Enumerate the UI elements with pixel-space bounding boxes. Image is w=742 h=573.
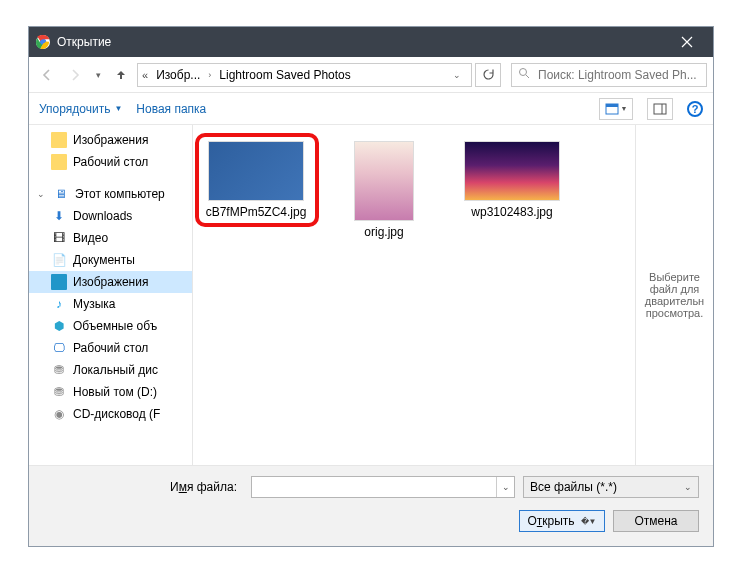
open-dialog: Открытие ▾ « Изобр... › Lightroom Saved … <box>28 26 714 547</box>
tree-item-documents[interactable]: 📄Документы <box>29 249 192 271</box>
svg-point-2 <box>520 69 527 76</box>
cancel-button[interactable]: Отмена <box>613 510 699 532</box>
address-bar[interactable]: « Изобр... › Lightroom Saved Photos ⌄ <box>137 63 472 87</box>
download-icon: ⬇ <box>51 208 67 224</box>
dialog-footer: Имя файла: ⌄ Все файлы (*.*) ⌄ Открыть �… <box>29 465 713 546</box>
file-thumbnail <box>464 141 560 201</box>
organise-menu[interactable]: Упорядочить ▼ <box>39 102 122 116</box>
nav-bar: ▾ « Изобр... › Lightroom Saved Photos ⌄ <box>29 57 713 93</box>
folder-icon <box>51 132 67 148</box>
recent-dropdown[interactable]: ▾ <box>91 63 105 87</box>
document-icon: 📄 <box>51 252 67 268</box>
file-item[interactable]: wp3102483.jpg <box>457 135 567 219</box>
objects-icon: ⬢ <box>51 318 67 334</box>
filter-label: Все файлы (*.*) <box>530 480 617 494</box>
filename-dropdown-icon[interactable]: ⌄ <box>496 477 514 497</box>
tree-item-downloads[interactable]: ⬇Downloads <box>29 205 192 227</box>
breadcrumb-segment[interactable]: Изобр... <box>152 68 204 82</box>
organise-label: Упорядочить <box>39 102 110 116</box>
view-mode-button[interactable]: ▼ <box>599 98 633 120</box>
desktop-icon: 🖵 <box>51 340 67 356</box>
expand-icon[interactable]: ⌄ <box>37 189 47 199</box>
tree-item-new-volume[interactable]: ⛃Новый том (D:) <box>29 381 192 403</box>
tree-item-desktop[interactable]: Рабочий стол <box>29 151 192 173</box>
filename-combo[interactable]: ⌄ <box>251 476 515 498</box>
address-dropdown-icon[interactable]: ⌄ <box>447 70 467 80</box>
tree-item-this-pc[interactable]: ⌄🖥Этот компьютер <box>29 183 192 205</box>
open-split-dropdown-icon[interactable]: �▼ <box>581 517 597 526</box>
pc-icon: 🖥 <box>53 186 69 202</box>
video-icon: 🎞 <box>51 230 67 246</box>
breadcrumb-segment[interactable]: Lightroom Saved Photos <box>215 68 354 82</box>
file-name: cB7fMPm5ZC4.jpg <box>206 205 307 219</box>
drive-icon: ⛃ <box>51 362 67 378</box>
dialog-body: Изображения Рабочий стол ⌄🖥Этот компьюте… <box>29 125 713 465</box>
window-title: Открытие <box>57 35 667 49</box>
tree-item-cd-drive[interactable]: ◉CD-дисковод (F <box>29 403 192 425</box>
chevron-down-icon: ▼ <box>114 104 122 113</box>
tree-item-3d-objects[interactable]: ⬢Объемные объ <box>29 315 192 337</box>
folder-icon <box>51 154 67 170</box>
preview-pane: Выберите файл для дварительн просмотра. <box>635 125 713 465</box>
overflow-chevron-icon[interactable]: « <box>142 69 148 81</box>
file-thumbnail <box>208 141 304 201</box>
search-box[interactable] <box>511 63 707 87</box>
file-thumbnail <box>354 141 414 221</box>
search-input[interactable] <box>536 67 700 83</box>
nav-tree[interactable]: Изображения Рабочий стол ⌄🖥Этот компьюте… <box>29 125 193 465</box>
titlebar: Открытие <box>29 27 713 57</box>
filename-label: Имя файла: <box>43 480 243 494</box>
chrome-icon <box>35 34 51 50</box>
chevron-right-icon: › <box>208 70 211 80</box>
file-item[interactable]: orig.jpg <box>329 135 439 239</box>
up-button[interactable] <box>109 63 133 87</box>
help-button[interactable]: ? <box>687 101 703 117</box>
file-list[interactable]: cB7fMPm5ZC4.jpg orig.jpg wp3102483.jpg <box>193 125 635 465</box>
chevron-down-icon: ⌄ <box>684 482 692 492</box>
tree-item-images[interactable]: Изображения <box>29 129 192 151</box>
refresh-button[interactable] <box>475 63 501 87</box>
tree-item-local-disk[interactable]: ⛃Локальный дис <box>29 359 192 381</box>
forward-button[interactable] <box>63 63 87 87</box>
file-name: orig.jpg <box>364 225 403 239</box>
toolbar: Упорядочить ▼ Новая папка ▼ ? <box>29 93 713 125</box>
svg-rect-4 <box>606 104 618 107</box>
open-button[interactable]: Открыть �▼ <box>519 510 605 532</box>
file-item[interactable]: cB7fMPm5ZC4.jpg <box>201 135 311 219</box>
tree-item-desktop2[interactable]: 🖵Рабочий стол <box>29 337 192 359</box>
file-type-filter[interactable]: Все файлы (*.*) ⌄ <box>523 476 699 498</box>
drive-icon: ⛃ <box>51 384 67 400</box>
new-folder-button[interactable]: Новая папка <box>136 102 206 116</box>
tree-item-video[interactable]: 🎞Видео <box>29 227 192 249</box>
pictures-icon <box>51 274 67 290</box>
preview-placeholder: Выберите файл для дварительн просмотра. <box>640 271 709 319</box>
filename-input[interactable] <box>252 477 496 497</box>
svg-rect-5 <box>654 104 666 114</box>
cd-icon: ◉ <box>51 406 67 422</box>
search-icon <box>518 67 530 82</box>
preview-pane-button[interactable] <box>647 98 673 120</box>
back-button[interactable] <box>35 63 59 87</box>
music-icon: ♪ <box>51 296 67 312</box>
file-name: wp3102483.jpg <box>471 205 552 219</box>
close-button[interactable] <box>667 27 707 57</box>
tree-item-music[interactable]: ♪Музыка <box>29 293 192 315</box>
tree-item-images-selected[interactable]: Изображения <box>29 271 192 293</box>
